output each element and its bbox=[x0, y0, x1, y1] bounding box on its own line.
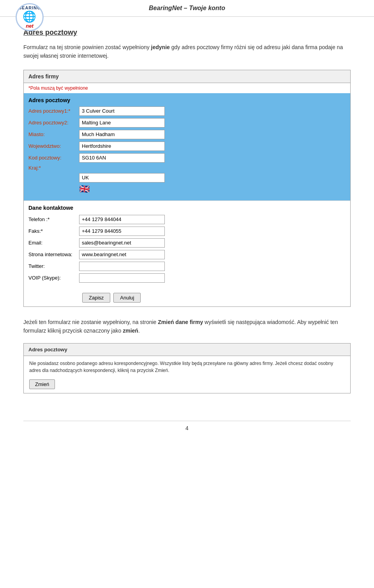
fax-row: Faks:* bbox=[28, 227, 346, 236]
logo-net-text: net bbox=[18, 23, 41, 29]
form2-text: Nie posiadasz osobno podanego adresu kor… bbox=[29, 360, 345, 374]
logo-bearing-text: BEARING bbox=[18, 5, 41, 10]
outro-bold2: zmień bbox=[123, 328, 138, 334]
intro-text-1: Formularz na tej stronie powinien zostać… bbox=[23, 44, 151, 50]
region-label: Województwo: bbox=[28, 143, 79, 149]
email-row: Email: bbox=[28, 238, 346, 248]
fax-label: Faks:* bbox=[28, 228, 79, 234]
phone-label: Telefon :* bbox=[28, 216, 79, 222]
header-title: BearingNet – Twoje konto bbox=[149, 5, 225, 12]
intro-bold: jedynie bbox=[151, 44, 170, 50]
section-heading: Adres pocztowy bbox=[23, 28, 351, 37]
form-header: Adres firmy bbox=[24, 70, 350, 83]
logo-circle: BEARING 🌐 net bbox=[16, 3, 44, 31]
main-form-container: Adres firmy *Pola muszą być wypełnione A… bbox=[23, 70, 351, 307]
second-form-container: Adres pocztowy Nie posiadasz osobno poda… bbox=[23, 343, 351, 393]
phone-input[interactable] bbox=[79, 215, 165, 224]
page-number: 4 bbox=[0, 421, 374, 435]
email-label: Email: bbox=[28, 240, 79, 246]
form2-body: Nie posiadasz osobno podanego adresu kor… bbox=[24, 356, 350, 393]
country-input[interactable] bbox=[79, 173, 165, 182]
postal-row: Kod pocztowy: bbox=[28, 153, 346, 163]
cancel-button[interactable]: Anuluj bbox=[113, 293, 141, 303]
website-label: Strona internetowa: bbox=[28, 251, 79, 257]
outro-bold: Zmień dane firmy bbox=[158, 319, 203, 325]
region-row: Województwo: bbox=[28, 142, 346, 151]
voip-label: VOIP (Skype): bbox=[28, 275, 79, 281]
fax-input[interactable] bbox=[79, 227, 165, 236]
phone-row: Telefon :* bbox=[28, 215, 346, 224]
postal-input[interactable] bbox=[79, 153, 165, 163]
twitter-input[interactable] bbox=[79, 262, 165, 271]
addr2-label: Adres pocztowy2: bbox=[28, 120, 79, 126]
voip-input[interactable] bbox=[79, 273, 165, 283]
save-button[interactable]: Zapisz bbox=[82, 293, 110, 303]
form2-header: Adres pocztowy bbox=[24, 344, 350, 356]
address-section-title: Adres pocztowy bbox=[28, 97, 346, 103]
addr2-input[interactable] bbox=[79, 118, 165, 128]
city-label: Miasto: bbox=[28, 131, 79, 137]
website-row: Strona internetowa: bbox=[28, 250, 346, 259]
contact-section: Dane kontaktowe Telefon :* Faks:* Email:… bbox=[24, 200, 350, 289]
intro-paragraph: Formularz na tej stronie powinien zostać… bbox=[23, 43, 351, 60]
postal-label: Kod pocztowy: bbox=[28, 155, 79, 161]
address-section: Adres pocztowy Adres pocztowy1:* Adres p… bbox=[24, 93, 350, 200]
addr1-label: Adres pocztowy1:* bbox=[28, 108, 79, 114]
city-row: Miasto: bbox=[28, 130, 346, 139]
country-row: Kraj:* bbox=[28, 165, 346, 171]
uk-flag-icon: 🇬🇧 bbox=[79, 184, 165, 194]
page-header: BEARING 🌐 net BearingNet – Twoje konto bbox=[0, 0, 374, 17]
country-input-row: 🇬🇧 bbox=[28, 173, 346, 194]
city-input[interactable] bbox=[79, 130, 165, 139]
outro-text-3: . bbox=[138, 328, 140, 334]
main-content: Adres pocztowy Formularz na tej stronie … bbox=[0, 17, 374, 421]
twitter-label: Twitter: bbox=[28, 263, 79, 269]
required-note: *Pola muszą być wypełnione bbox=[24, 83, 350, 93]
outro-text-1: Jeżeli ten formularz nie zostanie wypełn… bbox=[23, 319, 158, 325]
logo: BEARING 🌐 net bbox=[16, 3, 44, 31]
voip-row: VOIP (Skype): bbox=[28, 273, 346, 283]
addr1-input[interactable] bbox=[79, 106, 165, 116]
form-button-row: Zapisz Anuluj bbox=[24, 289, 350, 306]
email-input[interactable] bbox=[79, 238, 165, 248]
addr1-row: Adres pocztowy1:* bbox=[28, 106, 346, 116]
addr2-row: Adres pocztowy2: bbox=[28, 118, 346, 128]
outro-paragraph: Jeżeli ten formularz nie zostanie wypełn… bbox=[23, 318, 351, 335]
country-label: Kraj:* bbox=[28, 165, 79, 171]
globe-icon: 🌐 bbox=[18, 10, 41, 23]
contact-section-title: Dane kontaktowe bbox=[28, 205, 346, 211]
region-input[interactable] bbox=[79, 142, 165, 151]
zmien-button[interactable]: Zmień bbox=[29, 379, 55, 389]
twitter-row: Twitter: bbox=[28, 262, 346, 271]
website-input[interactable] bbox=[79, 250, 165, 259]
